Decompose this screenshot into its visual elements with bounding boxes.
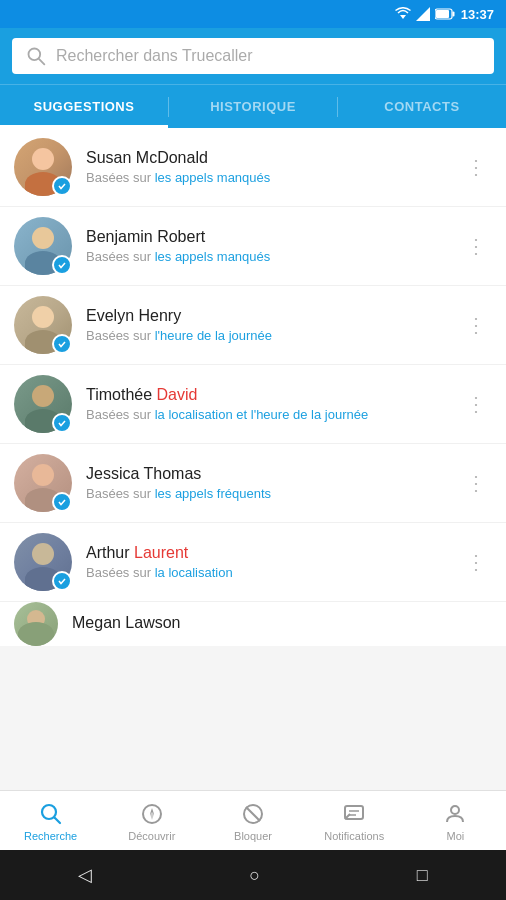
list-item[interactable]: Jessica Thomas Basées sur les appels fré… [0,444,506,523]
verified-badge [52,413,72,433]
svg-line-13 [246,807,260,821]
svg-marker-1 [416,7,430,21]
avatar [14,454,72,512]
nav-item-recherche[interactable]: Recherche [0,791,101,850]
tabs-bar: SUGGESTIONS HISTORIQUE CONTACTS [0,84,506,128]
contact-info: Susan McDonald Basées sur les appels man… [86,149,446,185]
contact-name: Arthur Laurent [86,544,446,562]
contact-reason: la localisation [155,565,233,580]
avatar-image [14,602,58,646]
contact-info: Evelyn Henry Basées sur l'heure de la jo… [86,307,446,343]
list-item[interactable]: Arthur Laurent Basées sur la localisatio… [0,523,506,602]
person-nav-icon [442,801,468,827]
nav-label-recherche: Recherche [24,830,77,842]
svg-rect-3 [436,10,449,18]
status-icons [395,7,455,21]
more-options-icon[interactable]: ⋮ [460,544,492,580]
more-options-icon[interactable]: ⋮ [460,149,492,185]
system-nav: ◁ ○ □ [0,850,506,900]
verified-badge [52,492,72,512]
contact-sub: Basées sur les appels manqués [86,249,446,264]
status-bar: 13:37 [0,0,506,28]
name-highlight: David [157,386,198,403]
contact-sub: Basées sur les appels fréquents [86,486,446,501]
more-options-icon[interactable]: ⋮ [460,465,492,501]
contact-sub: Basées sur la localisation et l'heure de… [86,407,446,422]
contact-name: Timothée David [86,386,446,404]
avatar [14,533,72,591]
tab-historique[interactable]: HISTORIQUE [169,85,337,128]
search-bar-container: Rechercher dans Truecaller [0,28,506,84]
svg-line-8 [54,818,60,824]
verified-badge [52,255,72,275]
nav-item-bloquer[interactable]: Bloquer [202,791,303,850]
contact-reason: les appels manqués [155,170,271,185]
list-item[interactable]: Evelyn Henry Basées sur l'heure de la jo… [0,286,506,365]
nav-item-notifications[interactable]: Notifications [304,791,405,850]
contact-info: Timothée David Basées sur la localisatio… [86,386,446,422]
search-icon [26,46,46,66]
contact-name: Jessica Thomas [86,465,446,483]
signal-icon [416,7,430,21]
more-options-icon[interactable]: ⋮ [460,307,492,343]
svg-point-17 [451,806,459,814]
nav-label-notifications: Notifications [324,830,384,842]
contact-reason: l'heure de la journée [155,328,272,343]
more-options-icon[interactable]: ⋮ [460,228,492,264]
search-nav-icon [38,801,64,827]
more-options-icon[interactable]: ⋮ [460,386,492,422]
verified-badge [52,334,72,354]
compass-nav-icon [139,801,165,827]
tab-suggestions[interactable]: SUGGESTIONS [0,85,168,128]
avatar [14,217,72,275]
contact-name: Benjamin Robert [86,228,446,246]
block-nav-icon [240,801,266,827]
search-placeholder: Rechercher dans Truecaller [56,47,253,65]
nav-item-moi[interactable]: Moi [405,791,506,850]
search-bar[interactable]: Rechercher dans Truecaller [12,38,494,74]
nav-label-decouvrir: Découvrir [128,830,175,842]
bottom-nav: Recherche Découvrir Bloquer [0,790,506,850]
tab-contacts[interactable]: CONTACTS [338,85,506,128]
nav-label-bloquer: Bloquer [234,830,272,842]
contact-name: Megan Lawson [72,614,492,632]
list-item[interactable]: Susan McDonald Basées sur les appels man… [0,128,506,207]
verified-badge [52,571,72,591]
avatar [14,296,72,354]
contact-sub: Basées sur les appels manqués [86,170,446,185]
contact-reason: les appels fréquents [155,486,271,501]
contact-name: Susan McDonald [86,149,446,167]
contact-info: Benjamin Robert Basées sur les appels ma… [86,228,446,264]
battery-icon [435,8,455,20]
contact-reason: la localisation et l'heure de la journée [155,407,369,422]
verified-badge [52,176,72,196]
chat-nav-icon [341,801,367,827]
avatar [14,602,58,646]
contact-sub: Basées sur la localisation [86,565,446,580]
contact-info: Jessica Thomas Basées sur les appels fré… [86,465,446,501]
list-item[interactable]: Megan Lawson [0,602,506,646]
wifi-icon [395,7,411,21]
contact-name: Evelyn Henry [86,307,446,325]
avatar [14,138,72,196]
list-item[interactable]: Benjamin Robert Basées sur les appels ma… [0,207,506,286]
contact-sub: Basées sur l'heure de la journée [86,328,446,343]
home-button[interactable]: ○ [249,865,260,886]
contact-info: Arthur Laurent Basées sur la localisatio… [86,544,446,580]
nav-label-moi: Moi [447,830,465,842]
list-item[interactable]: Timothée David Basées sur la localisatio… [0,365,506,444]
contact-list: Susan McDonald Basées sur les appels man… [0,128,506,646]
svg-rect-4 [452,12,454,17]
avatar [14,375,72,433]
recent-button[interactable]: □ [417,865,428,886]
back-button[interactable]: ◁ [78,864,92,886]
contact-reason: les appels manqués [155,249,271,264]
name-highlight: Laurent [134,544,188,561]
nav-item-decouvrir[interactable]: Découvrir [101,791,202,850]
svg-line-6 [39,59,44,64]
status-time: 13:37 [461,7,494,22]
contact-info: Megan Lawson [72,614,492,635]
svg-marker-0 [400,15,406,19]
